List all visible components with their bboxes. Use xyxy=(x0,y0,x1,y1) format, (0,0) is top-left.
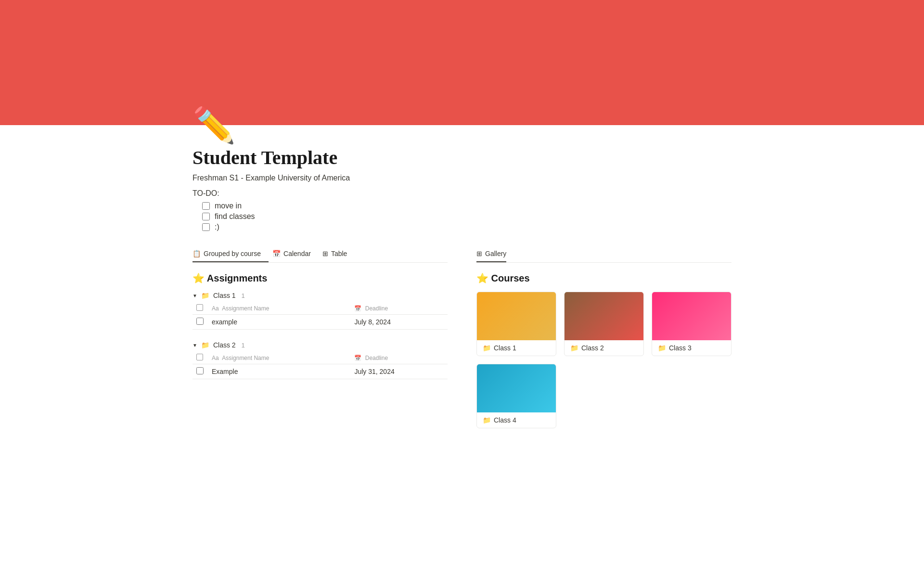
row-deadline-cell: July 31, 2024 xyxy=(350,364,436,379)
col-header-name: Aa Assignment Name xyxy=(208,302,350,315)
list-item: :) xyxy=(202,223,732,231)
list-item: move in xyxy=(202,202,732,210)
course-folder-icon-2: 📁 xyxy=(570,344,578,352)
group-class1-label: Class 1 xyxy=(213,292,236,299)
todo-checkbox-1[interactable] xyxy=(202,202,210,210)
courses-grid: 📁 Class 1 📁 Class 2 📁 Class 3 xyxy=(476,292,732,428)
col-header-check xyxy=(192,352,208,364)
page-icon: ✏️ xyxy=(192,108,732,142)
col-header-name: Aa Assignment Name xyxy=(208,352,350,364)
col-header-extra xyxy=(436,302,448,315)
course-cover-3 xyxy=(652,292,731,340)
row-checkbox[interactable] xyxy=(196,367,204,374)
collapse-icon: ▼ xyxy=(192,293,197,298)
group-class2-header[interactable]: ▼ 📁 Class 2 1 xyxy=(192,341,448,349)
course-card-class1[interactable]: 📁 Class 1 xyxy=(476,292,556,356)
assignment-table-class2: Aa Assignment Name 📅 Deadline xyxy=(192,352,448,379)
folder-icon: 📁 xyxy=(201,292,209,299)
course-label-1: 📁 Class 1 xyxy=(477,340,556,356)
row-name-cell[interactable]: example xyxy=(208,315,350,330)
grouped-icon: 📋 xyxy=(192,250,201,257)
row-name-cell[interactable]: Example xyxy=(208,364,350,379)
todo-list: move in find classes :) xyxy=(192,202,732,231)
course-label-2: 📁 Class 2 xyxy=(565,340,643,356)
collapse-icon: ▼ xyxy=(192,343,197,348)
row-check-cell xyxy=(192,315,208,330)
list-item: find classes xyxy=(202,212,732,221)
table-row: Example July 31, 2024 xyxy=(192,364,448,379)
course-cover-4 xyxy=(477,364,556,412)
course-label-3: 📁 Class 3 xyxy=(652,340,731,356)
tab-table[interactable]: ⊞ Table xyxy=(322,246,355,262)
check-header-icon xyxy=(196,354,203,360)
course-folder-icon-4: 📁 xyxy=(483,416,491,424)
col-header-deadline: 📅 Deadline xyxy=(350,352,436,364)
group-class1-count: 1 xyxy=(242,292,245,299)
tab-calendar-label: Calendar xyxy=(283,250,311,257)
group-class2-count: 1 xyxy=(242,342,245,349)
tab-grouped-label: Grouped by course xyxy=(204,250,261,257)
hero-banner xyxy=(0,0,924,125)
col-header-check xyxy=(192,302,208,315)
todo-text-3: :) xyxy=(215,223,219,231)
calendar-col-icon: 📅 xyxy=(354,305,361,312)
todo-checkbox-3[interactable] xyxy=(202,223,210,231)
tab-calendar[interactable]: 📅 Calendar xyxy=(272,246,319,262)
table-row: example July 8, 2024 xyxy=(192,315,448,330)
todo-label: TO-DO: xyxy=(192,189,732,198)
group-class2-label: Class 2 xyxy=(213,341,236,349)
assignment-table-class1: Aa Assignment Name 📅 Deadline xyxy=(192,302,448,330)
course-card-class3[interactable]: 📁 Class 3 xyxy=(652,292,732,356)
folder-icon: 📁 xyxy=(201,341,209,349)
col-header-extra xyxy=(436,352,448,364)
row-checkbox[interactable] xyxy=(196,318,204,325)
two-column-layout: 📋 Grouped by course 📅 Calendar ⊞ Table ⭐… xyxy=(192,246,732,428)
row-extra-cell xyxy=(436,364,448,379)
course-label-4: 📁 Class 4 xyxy=(477,412,556,428)
course-cover-1 xyxy=(477,292,556,340)
page-title: Student Template xyxy=(192,146,732,169)
calendar-icon: 📅 xyxy=(272,250,281,257)
text-icon: Aa xyxy=(212,355,219,361)
assignments-section: 📋 Grouped by course 📅 Calendar ⊞ Table ⭐… xyxy=(192,246,448,428)
tab-grouped-by-course[interactable]: 📋 Grouped by course xyxy=(192,246,269,262)
course-card-class4[interactable]: 📁 Class 4 xyxy=(476,364,556,428)
todo-text-1: move in xyxy=(215,202,242,210)
assignments-title: ⭐ Assignments xyxy=(192,272,267,284)
todo-checkbox-2[interactable] xyxy=(202,213,210,220)
row-deadline-cell: July 8, 2024 xyxy=(350,315,436,330)
courses-tabs: ⊞ Gallery xyxy=(476,246,732,263)
row-extra-cell xyxy=(436,315,448,330)
check-header-icon xyxy=(196,304,203,311)
tab-table-label: Table xyxy=(331,250,347,257)
courses-section: ⊞ Gallery ⭐ Courses 📁 Class 1 xyxy=(476,246,732,428)
courses-header: ⭐ Courses xyxy=(476,272,732,284)
group-class1-header[interactable]: ▼ 📁 Class 1 1 xyxy=(192,292,448,299)
tab-gallery[interactable]: ⊞ Gallery xyxy=(476,246,506,262)
table-icon: ⊞ xyxy=(322,250,328,257)
calendar-col-icon: 📅 xyxy=(354,355,361,361)
course-card-class2[interactable]: 📁 Class 2 xyxy=(564,292,644,356)
col-header-deadline: 📅 Deadline xyxy=(350,302,436,315)
courses-title: ⭐ Courses xyxy=(476,272,530,284)
assignments-tabs: 📋 Grouped by course 📅 Calendar ⊞ Table xyxy=(192,246,448,263)
gallery-icon: ⊞ xyxy=(476,250,482,257)
page-subtitle: Freshman S1 - Example University of Amer… xyxy=(192,174,732,182)
text-icon: Aa xyxy=(212,305,219,312)
row-check-cell xyxy=(192,364,208,379)
course-cover-2 xyxy=(565,292,643,340)
tab-gallery-label: Gallery xyxy=(485,250,506,257)
todo-text-2: find classes xyxy=(215,212,255,221)
course-folder-icon-3: 📁 xyxy=(658,344,666,352)
course-folder-icon-1: 📁 xyxy=(483,344,491,352)
page-content: ✏️ Student Template Freshman S1 - Exampl… xyxy=(149,108,775,457)
assignments-header: ⭐ Assignments xyxy=(192,272,448,284)
